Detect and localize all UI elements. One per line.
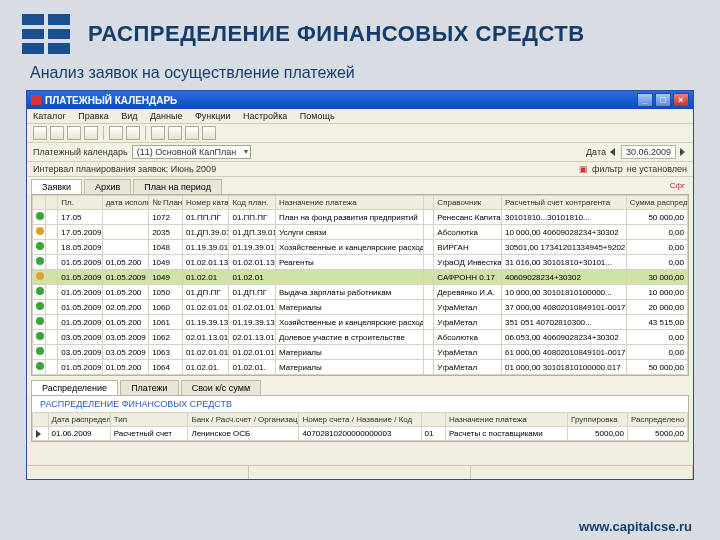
filter-label: фильтр [592,164,623,174]
brand-logo [22,14,70,54]
column-header[interactable]: Расчетный счет контрагента [501,196,626,210]
tab-requests[interactable]: Заявки [31,179,82,194]
table-row[interactable]: 17.05107201.ПП.ПГ01.ПП.ПГПлан на фонд ра… [33,210,688,225]
tabs-top: Заявки Архив План на период Сфг [27,177,693,194]
period-combo[interactable]: (11) Основной КалПлан [132,145,251,159]
table-row[interactable]: 03.05.200903.05.2009106301.02.01.0101.02… [33,345,688,360]
window-titlebar: ПЛАТЕЖНЫЙ КАЛЕНДАРЬ _ □ × [27,91,693,109]
column-header[interactable]: Код план. [229,196,275,210]
interval-label: Интервал планирования заявок: Июнь 2009 [33,164,216,174]
toolbar-icon[interactable] [67,126,81,140]
filter-icon[interactable]: ▣ [579,164,588,174]
column-header[interactable]: Пл. [58,196,102,210]
tab-payments[interactable]: Платежи [120,380,179,395]
column-header[interactable]: Справочник [434,196,502,210]
table-row[interactable]: 01.05.200901.05.2009104901.02.0101.02.01… [33,270,688,285]
status-dot-icon [36,272,44,280]
app-window: ПЛАТЕЖНЫЙ КАЛЕНДАРЬ _ □ × Каталог Правка… [26,90,694,480]
table-row[interactable]: 01.05.200901.05.200106401.02.01.01.02.01… [33,360,688,375]
status-dot-icon [36,212,44,220]
maximize-button[interactable]: □ [655,93,671,107]
footer-url: www.capitalcse.ru [579,519,692,534]
table-row[interactable]: 01.05.200902.05.200106001.02.01.0101.02.… [33,300,688,315]
column-header[interactable]: дата исполн. [102,196,148,210]
statusbar [27,465,693,479]
column-header[interactable]: Распределено [627,413,687,427]
column-header[interactable]: Сумма распределения [626,196,687,210]
column-header[interactable]: Банк / Расч.счет / Организация [188,413,299,427]
status-dot-icon [36,242,44,250]
table-row[interactable]: 01.05.200901.05.200104901.02.01.1301.02.… [33,255,688,270]
status-dot-icon [36,257,44,265]
column-header[interactable]: Номер счета / Название / Код [299,413,421,427]
toolbar [27,124,693,143]
toolbar-icon[interactable] [202,126,216,140]
status-dot-icon [36,227,44,235]
sub-grid[interactable]: Дата распределенияТипБанк / Расч.счет / … [31,412,689,442]
menu-item[interactable]: Настройка [243,111,287,121]
menu-item[interactable]: Каталог [33,111,66,121]
column-header[interactable]: Группировка [568,413,628,427]
menu-item[interactable]: Данные [150,111,183,121]
cfg-badge: Сфг [666,179,689,194]
date-label: Дата [586,147,606,157]
menu-item[interactable]: Вид [121,111,137,121]
column-header[interactable] [421,413,445,427]
column-header[interactable]: Номер каталожн. [182,196,228,210]
status-dot-icon [36,347,44,355]
toolbar-icon[interactable] [84,126,98,140]
toolbar-icon[interactable] [168,126,182,140]
filter-value: не установлен [627,164,687,174]
tab-distribution[interactable]: Распределение [31,380,118,395]
toolbar-icon[interactable] [33,126,47,140]
status-dot-icon [36,362,44,370]
period-label: Платежный календарь [33,147,128,157]
expand-icon[interactable] [36,430,41,438]
table-row[interactable]: 18.05.2009104801.19.39.0101.19.39.01Хозя… [33,240,688,255]
column-header[interactable] [33,413,49,427]
close-button[interactable]: × [673,93,689,107]
table-row[interactable]: 17.05.2009203501.ДП.39.0101.ДП.39.01Услу… [33,225,688,240]
tab-plan[interactable]: План на период [133,179,222,194]
menubar: Каталог Правка Вид Данные Функции Настро… [27,109,693,124]
toolbar-icon[interactable] [109,126,123,140]
column-header[interactable]: Назначение платежа [275,196,423,210]
toolbar-icon[interactable] [185,126,199,140]
table-row[interactable]: 01.05.200901.05.200105001.ДП.ПГ01.ДП.ПГВ… [33,285,688,300]
column-header[interactable] [33,196,46,210]
tabs-bottom: Распределение Платежи Свои к/с сумм [27,376,693,395]
date-field[interactable]: 30.06.2009 [621,145,676,159]
status-dot-icon [36,317,44,325]
table-row[interactable]: 01.05.200901.05.200106101.19.39.1301.19.… [33,315,688,330]
table-row: 01.06.2009 Расчетный счет Ленинское ОСБ … [33,427,688,441]
column-header[interactable]: Назначение платежа [445,413,567,427]
status-dot-icon [36,332,44,340]
slide-subtitle: Анализ заявок на осуществление платежей [0,58,720,90]
toolbar-icon[interactable] [126,126,140,140]
column-header[interactable]: Тип [110,413,188,427]
column-header[interactable]: Дата распределения [48,413,110,427]
slide-title: РАСПРЕДЕЛЕНИЕ ФИНАНСОВЫХ СРЕДСТВ [88,21,585,47]
next-date-icon[interactable] [680,148,685,156]
toolbar-icon[interactable] [151,126,165,140]
tab-sums[interactable]: Свои к/с сумм [181,380,261,395]
column-header[interactable] [423,196,434,210]
prev-date-icon[interactable] [610,148,615,156]
column-header[interactable]: № Плановый [149,196,183,210]
table-row[interactable]: 03.05.200903.05.2009106202.01.13.0102.01… [33,330,688,345]
menu-item[interactable]: Функции [195,111,230,121]
menu-item[interactable]: Помощь [300,111,335,121]
minimize-button[interactable]: _ [637,93,653,107]
column-header[interactable] [45,196,58,210]
status-dot-icon [36,287,44,295]
app-icon [31,95,41,105]
menu-item[interactable]: Правка [78,111,108,121]
status-dot-icon [36,302,44,310]
tab-archive[interactable]: Архив [84,179,131,194]
main-grid[interactable]: Пл.дата исполн.№ ПлановыйНомер каталожн.… [31,194,689,376]
toolbar-icon[interactable] [50,126,64,140]
section-title: РАСПРЕДЕЛЕНИЕ ФИНАНСОВЫХ СРЕДСТВ [31,395,689,412]
window-title: ПЛАТЕЖНЫЙ КАЛЕНДАРЬ [45,95,177,106]
